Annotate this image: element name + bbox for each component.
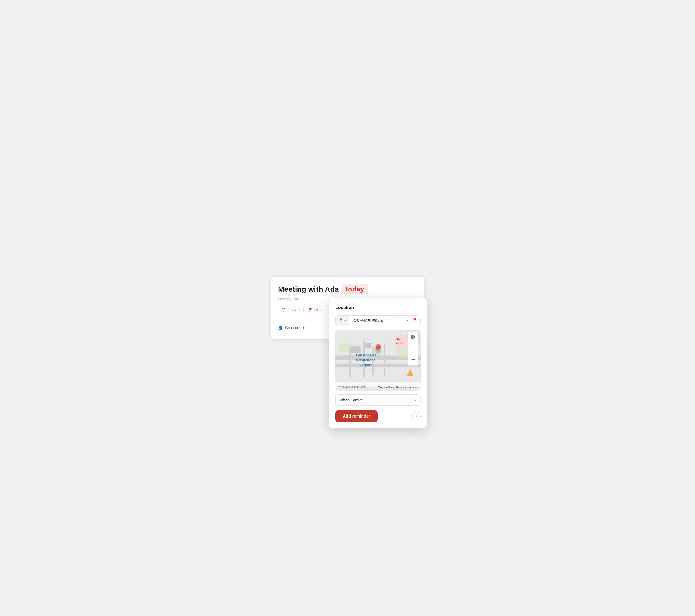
today-badge: today [342, 284, 368, 294]
location-type-chevron-icon: ▾ [344, 319, 346, 322]
location-type-icon: 📍 [338, 318, 343, 323]
add-reminder-button[interactable]: Add reminder [335, 411, 378, 422]
task-title-row: Meeting with Ada today [278, 284, 417, 294]
map-footer: ⌨️ Google Map Data [337, 385, 366, 389]
location-popup: Location ✕ 📍 ▾ ▾ 📍 [329, 298, 427, 429]
svg-rect-18 [414, 335, 415, 336]
chip-today-label: Today [287, 308, 296, 312]
popup-header: Location ✕ [335, 304, 421, 311]
report-link[interactable]: Report a map error [396, 386, 419, 389]
svg-rect-19 [411, 337, 413, 339]
project-chevron-icon: ▾ [303, 326, 305, 330]
chip-p1-close[interactable]: ✕ [321, 308, 323, 312]
help-button[interactable]: ? [412, 412, 421, 420]
location-search-row: 📍 ▾ ▾ 📍 [335, 315, 421, 326]
chip-p1-label: P1 [315, 308, 319, 312]
calendar-icon: 📅 [281, 307, 286, 312]
map-data-label: Map Data [354, 385, 366, 388]
svg-point-10 [338, 343, 352, 352]
svg-rect-4 [363, 340, 365, 377]
chip-p1[interactable]: 🚩 P1 ✕ [306, 306, 326, 313]
svg-rect-6 [384, 343, 385, 378]
svg-text:Hyatt: Hyatt [396, 337, 403, 340]
location-type-selector[interactable]: 📍 ▾ [336, 316, 349, 326]
search-chevron-icon: ▾ [405, 319, 409, 323]
popup-footer: Add reminder ? [335, 411, 421, 422]
location-search-input[interactable] [349, 316, 405, 326]
popup-close-button[interactable]: ✕ [413, 304, 421, 311]
svg-rect-17 [411, 335, 413, 336]
arrive-label: When I arrive [339, 398, 363, 402]
user-icon: 👤 [278, 326, 283, 330]
map-footer-links: Terms of Use Report a map error [378, 386, 419, 389]
project-selector[interactable]: 👤 Groceries ▾ [278, 326, 305, 330]
google-logo: Google [343, 385, 353, 388]
svg-text:Los A...: Los A... [396, 342, 404, 344]
svg-rect-9 [374, 348, 382, 353]
zoom-out-button[interactable]: − [408, 354, 419, 366]
popup-title: Location [335, 305, 354, 310]
help-icon: ? [415, 414, 418, 419]
map-container: Hyatt Los A... Los Angeles International… [335, 330, 421, 390]
svg-rect-7 [352, 346, 361, 353]
map-controls: + − [408, 332, 419, 366]
task-title: Meeting with Ada [278, 285, 339, 294]
project-name: Groceries [285, 326, 301, 330]
chip-today-close[interactable]: ✕ [298, 308, 301, 312]
svg-rect-8 [365, 343, 371, 348]
arrive-dropdown[interactable]: When I arrive ▾ [335, 394, 421, 406]
flag-icon: 🚩 [308, 307, 313, 312]
svg-rect-5 [372, 347, 374, 375]
svg-rect-20 [414, 337, 415, 339]
zoom-in-button[interactable]: + [408, 342, 419, 354]
fullscreen-button[interactable] [408, 332, 419, 342]
arrive-chevron-icon: ▾ [415, 398, 417, 402]
keyboard-icon: ⌨️ [337, 385, 342, 389]
search-pin-icon: 📍 [409, 318, 420, 323]
chip-today[interactable]: 📅 Today ✕ [278, 306, 304, 313]
terms-link[interactable]: Terms of Use [378, 386, 394, 389]
